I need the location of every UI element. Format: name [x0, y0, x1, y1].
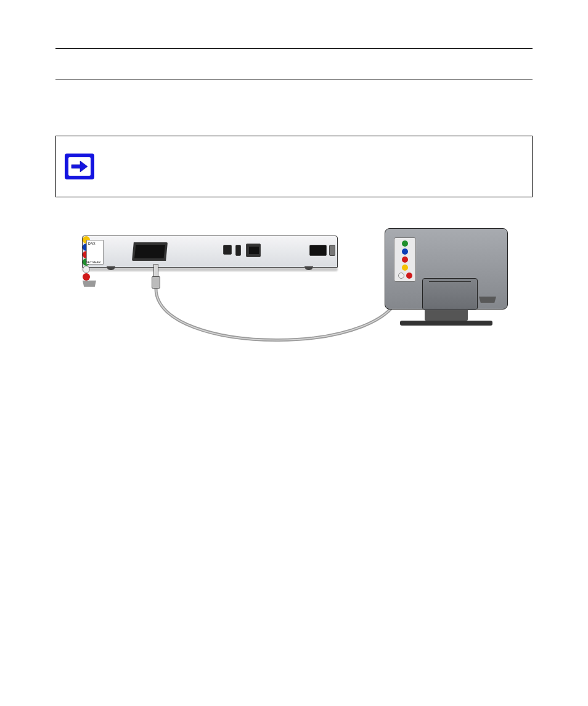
tv-rca-red2-icon	[406, 273, 412, 279]
tv-rca-blue-icon	[402, 248, 408, 255]
tv-hdmi-port-icon	[479, 297, 496, 303]
tv-stand-cover-icon	[422, 278, 478, 310]
rca-red-bottom-icon	[83, 273, 90, 281]
usb-port-icon	[235, 245, 241, 256]
power-switch-icon	[329, 245, 335, 256]
tv-rca-yellow-icon	[402, 265, 408, 271]
divx-label: DIVX	[88, 242, 96, 245]
figure-usb-connection: DIVX NETGEAR	[55, 228, 533, 376]
rca-white-icon	[83, 266, 90, 273]
top-rule-1	[55, 48, 533, 49]
page: DIVX NETGEAR	[0, 48, 588, 706]
tv-rca-red-icon	[402, 257, 408, 263]
usb-plug-left-icon	[152, 264, 160, 289]
arrow-right-icon	[65, 154, 94, 179]
tv-input-panel	[394, 237, 416, 282]
tv-stand-base-icon	[400, 321, 492, 326]
top-rule-2	[55, 80, 533, 80]
note-box	[55, 136, 533, 197]
tv-stand-neck-icon	[425, 308, 468, 321]
ethernet-port-icon	[246, 244, 261, 257]
scart-port-icon	[132, 242, 168, 261]
hdmi-port-icon	[83, 281, 96, 287]
tv-rear	[385, 228, 508, 326]
tv-rca-white-icon	[398, 273, 404, 279]
power-inlet-icon	[309, 245, 327, 256]
optical-port-icon	[223, 245, 232, 255]
tv-rca-green-icon	[402, 240, 408, 247]
media-player-rear: DIVX NETGEAR	[82, 236, 338, 280]
device-brand-label: NETGEAR	[86, 260, 100, 264]
